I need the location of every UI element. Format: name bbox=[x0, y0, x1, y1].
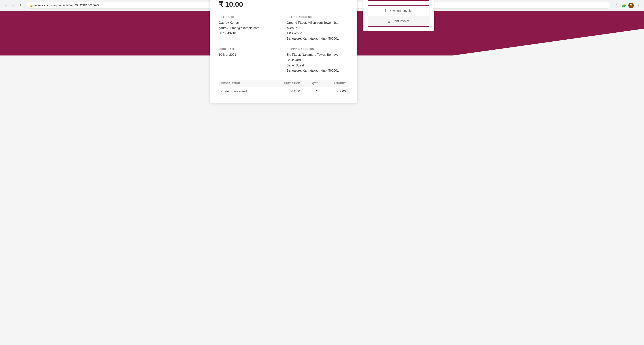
shipping-address-label: SHIPPING ADDRESS bbox=[287, 48, 348, 50]
cell-unit-price-0: ₹ 2.00 bbox=[268, 87, 303, 96]
invoice-body: Bertie Botts Razorpay Invoicing and bbox=[210, 0, 357, 103]
invoice-card: This invoice is created in Test Mode . O… bbox=[210, 0, 357, 103]
main-layout: This invoice is created in Test Mode . O… bbox=[0, 0, 644, 112]
print-invoice-button[interactable]: 🖨 Print Invoice bbox=[368, 16, 429, 26]
shipping-address-section: SHIPPING ADDRESS 3rd FLoor, Nakamura Tow… bbox=[287, 48, 348, 74]
sidebar: Now make payment in parts! Pay some amou… bbox=[363, 0, 434, 103]
table-header-row: DESCRIPTION UNIT PRICE QTY AMOUNT bbox=[218, 80, 348, 87]
download-label: Download Invoice bbox=[388, 9, 413, 12]
proceed-to-pay-button[interactable]: Proceed to Pay bbox=[368, 0, 430, 1]
download-icon: ⬇ bbox=[384, 9, 387, 13]
shipping-address-line2: Baker Street bbox=[287, 63, 348, 68]
billing-to-values: Gaurav Kumar gaurav.kumar@example.com 98… bbox=[218, 20, 280, 36]
invoice-table: DESCRIPTION UNIT PRICE QTY AMOUNT Crate … bbox=[218, 80, 348, 96]
billing-address-values: Ground FLoor, Millennium Tower, 1st Aven… bbox=[287, 20, 348, 42]
col-qty: QTY bbox=[303, 80, 320, 87]
billing-address-line2: 1st Avenue bbox=[287, 31, 348, 36]
sidebar-inner: Now make payment in parts! Pay some amou… bbox=[363, 0, 434, 31]
billing-address-line3: Bangalore, Karnataka, India - 560001 bbox=[287, 36, 348, 42]
billing-address-label: BILLING ADDRESS bbox=[287, 16, 348, 18]
cell-amount-0: ₹ 2.00 bbox=[320, 87, 348, 96]
col-description: DESCRIPTION bbox=[218, 80, 268, 87]
cell-qty-0: 1 bbox=[303, 87, 320, 96]
billing-to-name: Gaurav Kumar bbox=[218, 20, 280, 26]
issue-date-label: ISSUE DATE bbox=[218, 48, 280, 50]
billing-address-section: BILLING ADDRESS Ground FLoor, Millennium… bbox=[287, 16, 348, 42]
download-print-section: ⬇ Download Invoice 🖨 Print Invoice bbox=[368, 5, 430, 26]
shipping-address-line3: Bangalore, Karnataka, India - 560001 bbox=[287, 68, 348, 74]
table-row: Crate of sea weed ₹ 2.00 1 ₹ 2.00 bbox=[218, 87, 348, 96]
print-label: Print Invoice bbox=[392, 19, 410, 23]
issue-date-value: 10 Mar 2021 bbox=[218, 52, 280, 58]
download-invoice-button[interactable]: ⬇ Download Invoice bbox=[368, 6, 429, 16]
amount-section: AMOUNT DUE ₹ 10.00 bbox=[218, 0, 348, 8]
billing-to-phone: 9876543210 bbox=[218, 31, 280, 36]
shipping-address-values: 3rd FLoor, Nakamura Tower, Bomaye Boulev… bbox=[287, 52, 348, 74]
amount-value: ₹ 10.00 bbox=[218, 0, 348, 8]
issue-date-section: ISSUE DATE 10 Mar 2021 bbox=[218, 48, 280, 74]
billing-to-email: gaurav.kumar@example.com bbox=[218, 26, 280, 31]
print-icon: 🖨 bbox=[387, 19, 391, 23]
billing-grid: BILLING TO Gaurav Kumar gaurav.kumar@exa… bbox=[218, 16, 348, 74]
cell-description-0: Crate of sea weed bbox=[218, 87, 268, 96]
billing-address-line1: Ground FLoor, Millennium Tower, 1st Aven… bbox=[287, 20, 348, 31]
billing-to-label: BILLING TO bbox=[218, 16, 280, 18]
col-amount: AMOUNT bbox=[320, 80, 348, 87]
col-unit-price: UNIT PRICE bbox=[268, 80, 303, 87]
shipping-address-line1: 3rd FLoor, Nakamura Tower, Bomaye Boulev… bbox=[287, 52, 348, 63]
billing-to-section: BILLING TO Gaurav Kumar gaurav.kumar@exa… bbox=[218, 16, 280, 42]
